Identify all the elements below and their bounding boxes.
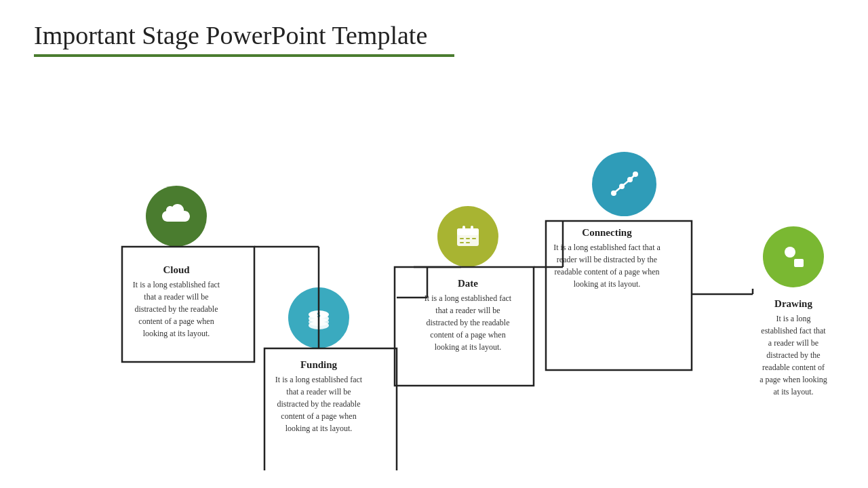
- slide: Important Stage PowerPoint Template Clou…: [0, 0, 868, 488]
- drawing-icon: [778, 241, 809, 272]
- date-icon: [453, 222, 483, 251]
- step-funding: $ Funding It is a long established fact …: [264, 287, 373, 440]
- svg-rect-9: [460, 238, 464, 239]
- svg-line-19: [622, 180, 630, 186]
- connecting-icon: [607, 167, 641, 201]
- svg-rect-12: [460, 242, 464, 243]
- date-text: It is a long established fact that a rea…: [420, 292, 515, 353]
- svg-rect-10: [466, 238, 470, 239]
- svg-rect-6: [457, 228, 479, 235]
- svg-rect-22: [794, 259, 804, 267]
- svg-rect-11: [472, 238, 476, 239]
- cloud-text: It is a long established fact that a rea…: [129, 279, 224, 340]
- funding-label: Funding: [271, 359, 366, 371]
- svg-rect-13: [466, 242, 470, 243]
- svg-point-21: [785, 247, 795, 258]
- connecting-label: Connecting: [553, 227, 661, 239]
- step-cloud: Cloud It is a long established fact that…: [122, 186, 231, 345]
- date-label: Date: [420, 278, 515, 289]
- connecting-icon-circle: [592, 152, 656, 216]
- step-connecting: Connecting It is a long established fact…: [546, 152, 668, 296]
- svg-rect-7: [462, 226, 465, 231]
- svg-line-18: [614, 186, 622, 193]
- date-icon-circle: [437, 206, 498, 267]
- slide-title: Important Stage PowerPoint Template: [34, 20, 834, 50]
- cloud-label: Cloud: [129, 264, 224, 276]
- funding-text: It is a long established fact that a rea…: [271, 373, 366, 434]
- svg-line-20: [630, 174, 635, 180]
- step-drawing: Drawing It is a long established fact th…: [753, 226, 834, 403]
- step-date: Date It is a long established fact that …: [414, 206, 522, 359]
- connecting-text: It is a long established fact that a rea…: [553, 241, 661, 290]
- svg-text:$: $: [317, 311, 321, 319]
- title-underline: [34, 54, 454, 57]
- cloud-icon: [159, 203, 193, 230]
- diagram: Cloud It is a long established fact that…: [34, 64, 834, 470]
- drawing-text: It is a long established fact that a rea…: [760, 312, 827, 398]
- funding-icon: $: [303, 302, 334, 333]
- svg-rect-8: [471, 226, 473, 231]
- title-section: Important Stage PowerPoint Template: [34, 20, 834, 57]
- drawing-icon-circle: [763, 226, 824, 287]
- cloud-icon-circle: [146, 186, 207, 247]
- drawing-label: Drawing: [760, 298, 827, 310]
- funding-icon-circle: $: [288, 287, 349, 348]
